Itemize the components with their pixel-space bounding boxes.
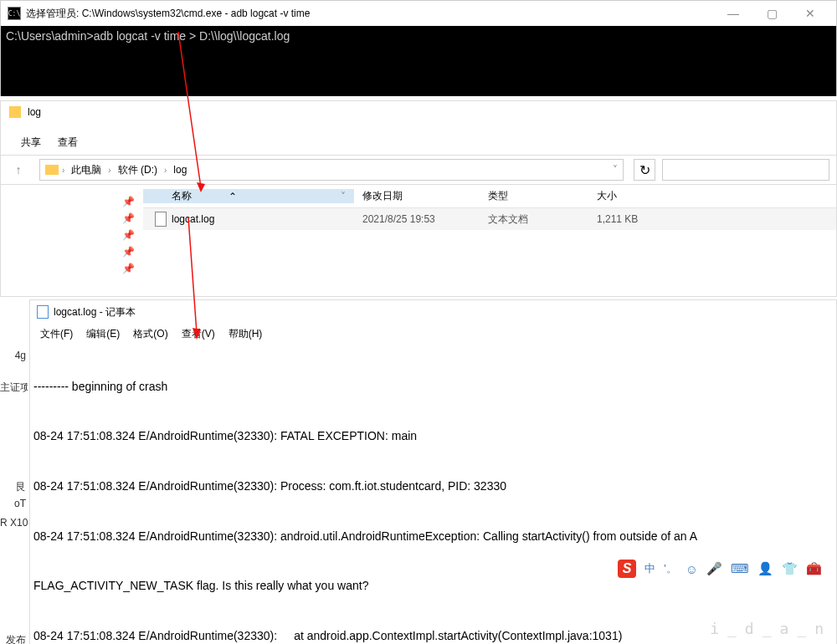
notepad-menubar: 文件(F) 编辑(E) 格式(O) 查看(V) 帮助(H): [30, 324, 836, 344]
breadcrumb-sep: ›: [164, 166, 167, 175]
menu-view[interactable]: 查看(V): [177, 325, 220, 343]
ime-punct[interactable]: '。: [664, 561, 676, 576]
mic-icon[interactable]: 🎤: [706, 561, 722, 576]
maximize-button[interactable]: ▢: [752, 1, 791, 26]
cmd-titlebar[interactable]: C:\ 选择管理员: C:\Windows\system32\cmd.exe -…: [1, 1, 836, 26]
chevron-down-icon[interactable]: ˅: [341, 191, 346, 202]
address-bar[interactable]: › 此电脑 › 软件 (D:) › log ˅: [39, 159, 624, 181]
column-name[interactable]: 名称 ⌃ ˅: [143, 189, 354, 203]
explorer-title: log: [28, 106, 41, 118]
cmd-title: 选择管理员: C:\Windows\system32\cmd.exe - adb…: [26, 7, 714, 21]
chevron-down-icon[interactable]: ˅: [613, 164, 618, 176]
cmd-window: C:\ 选择管理员: C:\Windows\system32\cmd.exe -…: [0, 0, 837, 96]
file-size: 1,211 KB: [588, 213, 672, 225]
minimize-button[interactable]: —: [714, 1, 752, 26]
pin-icon: 📌: [1, 193, 143, 210]
log-line: --------- beginning of crash: [33, 379, 833, 396]
explorer-titlebar[interactable]: log: [1, 101, 836, 123]
menu-file[interactable]: 文件(F): [35, 325, 78, 343]
breadcrumb-sep: ›: [108, 166, 110, 175]
file-list: 名称 ⌃ ˅ 修改日期 类型 大小 logcat.log 2021/8/25 1…: [143, 185, 836, 296]
file-row[interactable]: logcat.log 2021/8/25 19:53 文本文档 1,211 KB: [143, 208, 836, 230]
text-file-icon: [155, 212, 167, 227]
bg-fragment: 主证项: [0, 381, 28, 395]
explorer-ribbon: 共享 查看: [1, 123, 836, 155]
sort-indicator: ⌃: [229, 191, 237, 202]
log-line: 08-24 17:51:08.324 E/AndroidRuntime(3233…: [33, 529, 833, 545]
breadcrumb-item[interactable]: 软件 (D:): [115, 163, 161, 177]
explorer-window: log 共享 查看 ↑ › 此电脑 › 软件 (D:) › log ˅ ↻ 📌 …: [0, 100, 837, 297]
toolbox-icon[interactable]: 🧰: [806, 561, 822, 576]
ime-lang[interactable]: 中: [644, 561, 655, 576]
ribbon-view[interactable]: 查看: [58, 135, 78, 150]
notepad-text-area[interactable]: --------- beginning of crash 08-24 17:51…: [30, 344, 836, 644]
bg-fragment: R X10: [0, 517, 28, 529]
file-date: 2021/8/25 19:53: [354, 213, 480, 225]
menu-edit[interactable]: 编辑(E): [81, 325, 125, 343]
sogou-icon[interactable]: S: [618, 560, 636, 578]
folder-icon: [45, 165, 59, 175]
skin-icon[interactable]: 👕: [782, 561, 798, 576]
cmd-icon: C:\: [8, 7, 21, 20]
nav-up-button[interactable]: ↑: [8, 159, 29, 181]
explorer-toolbar: ↑ › 此电脑 › 软件 (D:) › log ˅ ↻: [1, 155, 836, 185]
pin-icon: 📌: [1, 243, 143, 260]
breadcrumb-item[interactable]: 此电脑: [68, 163, 105, 177]
cmd-line: C:\Users\admin>adb logcat -v time > D:\\…: [6, 29, 290, 43]
refresh-button[interactable]: ↻: [634, 159, 655, 181]
cmd-terminal-body[interactable]: C:\Users\admin>adb logcat -v time > D:\\…: [1, 26, 836, 96]
column-date[interactable]: 修改日期: [354, 189, 480, 203]
search-input[interactable]: [662, 159, 829, 181]
notepad-titlebar[interactable]: logcat.log - 记事本: [30, 300, 836, 324]
pin-icon: 📌: [1, 260, 143, 277]
file-type: 文本文档: [480, 212, 588, 227]
notepad-window: logcat.log - 记事本 文件(F) 编辑(E) 格式(O) 查看(V)…: [29, 299, 837, 644]
notepad-icon: [37, 305, 49, 319]
breadcrumb-item[interactable]: log: [170, 164, 190, 176]
smile-icon[interactable]: ☺: [686, 562, 698, 576]
bg-fragment: 发布: [0, 633, 28, 644]
file-list-header: 名称 ⌃ ˅ 修改日期 类型 大小: [143, 185, 836, 208]
folder-icon: [9, 106, 21, 118]
bg-fragment: 艮: [0, 480, 28, 494]
log-line: 08-24 17:51:08.324 E/AndroidRuntime(3233…: [33, 628, 833, 644]
log-line: 08-24 17:51:08.324 E/AndroidRuntime(3233…: [33, 478, 833, 495]
bg-fragment: oT: [0, 498, 28, 509]
close-button[interactable]: ✕: [791, 1, 829, 26]
breadcrumb-sep: ›: [62, 166, 64, 175]
column-type[interactable]: 类型: [480, 189, 588, 203]
file-name: logcat.log: [172, 213, 214, 225]
column-size[interactable]: 大小: [588, 189, 672, 203]
menu-format[interactable]: 格式(O): [128, 325, 172, 343]
bg-fragment: 4g: [0, 350, 28, 361]
pin-icon: 📌: [1, 227, 143, 243]
ribbon-share[interactable]: 共享: [21, 135, 41, 150]
keyboard-icon[interactable]: ⌨: [731, 561, 749, 576]
log-line: 08-24 17:51:08.324 E/AndroidRuntime(3233…: [33, 428, 833, 445]
notepad-title: logcat.log - 记事本: [54, 305, 136, 319]
nav-pane: 📌 📌 📌 📌 📌: [1, 185, 143, 296]
menu-help[interactable]: 帮助(H): [223, 325, 268, 343]
ime-toolbar[interactable]: S 中 '。 ☺ 🎤 ⌨ 👤 👕 🧰: [611, 556, 829, 581]
pin-icon: 📌: [1, 210, 143, 227]
person-icon[interactable]: 👤: [757, 561, 773, 576]
